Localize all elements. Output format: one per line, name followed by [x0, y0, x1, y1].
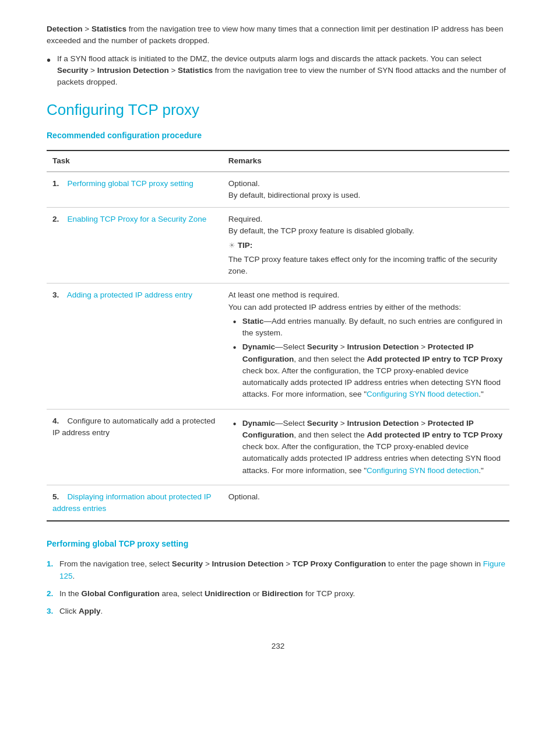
page-number: 232 — [47, 640, 509, 652]
task-num-1: 1. — [52, 178, 63, 190]
dynamic-text-4: Dynamic—Select Security > Intrusion Dete… — [242, 418, 504, 477]
remark-3-2: You can add protected IP address entries… — [228, 302, 504, 313]
remark-1-1: Optional. — [228, 178, 504, 190]
remark-2-1: Required. — [228, 214, 504, 225]
table-row: 4. Configure to automatically add a prot… — [47, 409, 509, 485]
inline-bullet-dynamic-4: • Dynamic—Select Security > Intrusion De… — [233, 418, 504, 477]
step-1: 1. From the navigation tree, select Secu… — [47, 558, 509, 582]
task-num-5: 5. — [52, 491, 63, 503]
remark-3-1: At least one method is required. — [228, 289, 504, 301]
table-row: 2. Enabling TCP Proxy for a Security Zon… — [47, 208, 509, 284]
detection-bold: Detection — [47, 24, 83, 33]
step-3-text: Click Apply. — [59, 606, 509, 617]
remarks-cell-4: • Dynamic—Select Security > Intrusion De… — [223, 409, 509, 485]
bullet-dot-static: • — [233, 316, 242, 328]
table-header-remarks: Remarks — [223, 150, 509, 172]
table-row: 1. Performing global TCP proxy setting O… — [47, 172, 509, 208]
task-cell-2: 2. Enabling TCP Proxy for a Security Zon… — [47, 208, 223, 284]
inline-bullet-dynamic: • Dynamic—Select Security > Intrusion De… — [233, 341, 504, 400]
intro-bullet-1-text: If a SYN flood attack is initiated to th… — [57, 53, 509, 89]
task-cell-3: 3. Adding a protected IP address entry — [47, 284, 223, 409]
subsection1-title: Recommended configuration procedure — [47, 130, 509, 142]
step-num-3: 3. — [47, 606, 59, 617]
tip-label: TIP: — [238, 240, 253, 251]
task-plain-4: Configure to automatically add a protect… — [52, 416, 215, 437]
inline-bullet-static: • Static—Add entries manually. By defaul… — [233, 316, 504, 340]
table-header-task: Task — [47, 150, 223, 172]
table-row: 3. Adding a protected IP address entry A… — [47, 284, 509, 409]
step-3: 3. Click Apply. — [47, 606, 509, 617]
intro-bullet-1: • If a SYN flood attack is initiated to … — [47, 53, 509, 89]
tip-line: ☀ TIP: — [228, 240, 504, 251]
step-2-text: In the Global Configuration area, select… — [59, 588, 509, 600]
task-link-2[interactable]: Enabling TCP Proxy for a Security Zone — [68, 215, 207, 223]
remark-2-tip: The TCP proxy feature takes effect only … — [228, 254, 504, 278]
section-title: Configuring TCP proxy — [47, 99, 509, 121]
task-num-3: 3. — [52, 289, 63, 301]
table-row: 5. Displaying information about protecte… — [47, 485, 509, 521]
remarks-cell-1: Optional. By default, bidirectional prox… — [223, 172, 509, 208]
syn-flood-link-4[interactable]: Configuring SYN flood detection — [367, 466, 478, 475]
remark-5-1: Optional. — [228, 491, 504, 503]
remarks-cell-2: Required. By default, the TCP proxy feat… — [223, 208, 509, 284]
bullet-dot-dynamic-4: • — [233, 418, 242, 430]
task-num-2: 2. — [52, 214, 63, 225]
step-2: 2. In the Global Configuration area, sel… — [47, 588, 509, 600]
steps-section: 1. From the navigation tree, select Secu… — [47, 558, 509, 617]
task-link-1[interactable]: Performing global TCP proxy setting — [68, 179, 193, 188]
task-link-3[interactable]: Adding a protected IP address entry — [67, 290, 192, 299]
dynamic-text: Dynamic—Select Security > Intrusion Dete… — [242, 341, 504, 400]
step-num-2: 2. — [47, 588, 59, 600]
task-link-5[interactable]: Displaying information about protected I… — [52, 492, 211, 513]
task-cell-5: 5. Displaying information about protecte… — [47, 485, 223, 521]
task-num-4: 4. — [52, 415, 63, 427]
statistics-bold: Statistics — [92, 24, 126, 33]
intro-paragraph-1: Detection > Statistics from the navigati… — [47, 23, 509, 47]
bullet-dot-dynamic: • — [233, 341, 242, 354]
bullet-dot-1: • — [47, 53, 57, 67]
step-1-text: From the navigation tree, select Securit… — [59, 558, 509, 582]
subsection2-title: Performing global TCP proxy setting — [47, 538, 509, 550]
syn-flood-link[interactable]: Configuring SYN flood detection — [367, 390, 478, 398]
task-cell-4: 4. Configure to automatically add a prot… — [47, 409, 223, 485]
static-text: Static—Add entries manually. By default,… — [242, 316, 504, 340]
step-num-1: 1. — [47, 558, 59, 570]
remarks-cell-3: At least one method is required. You can… — [223, 284, 509, 409]
remark-1-2: By default, bidirectional proxy is used. — [228, 190, 504, 201]
tip-icon: ☀ — [228, 240, 235, 251]
remark-2-2: By default, the TCP proxy feature is dis… — [228, 225, 504, 237]
remarks-cell-5: Optional. — [223, 485, 509, 521]
config-table: Task Remarks 1. Performing global TCP pr… — [47, 150, 509, 522]
task-cell-1: 1. Performing global TCP proxy setting — [47, 172, 223, 208]
